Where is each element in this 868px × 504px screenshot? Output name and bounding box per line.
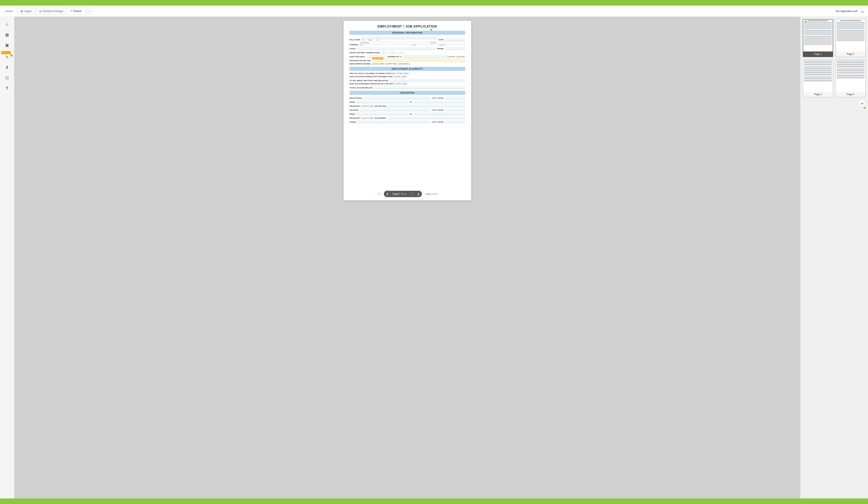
hs-from-to-row: FROM: TO: xyxy=(350,100,465,103)
page-2-label: Page 2 xyxy=(836,51,865,57)
other-row: OTHER: CITY / STATE: xyxy=(350,120,465,123)
home-label: Home xyxy=(6,10,13,12)
eligibility-header: EMPLOYMENT ELIGIBILITY xyxy=(350,67,465,71)
tab-preview[interactable]: ◎ Preview & Design xyxy=(35,8,67,14)
page-label: Page 1 / 4 xyxy=(393,193,404,195)
desired-pay-label: DESIRED PAY: $ xyxy=(388,56,401,58)
pay-salary-option: SALARY xyxy=(456,56,465,58)
fullname-label: FULL NAME: xyxy=(350,39,361,41)
apt-sublabel: Apt/Suite xyxy=(430,42,465,43)
worked-before-row: HAVE YOU EVER WORKED FOR THIS EMPLOYER? … xyxy=(350,75,465,78)
col-graduate-label: GRADUATE? xyxy=(350,117,361,119)
hs-from-label: FROM: xyxy=(350,101,355,103)
page-thumb-4[interactable]: Page 4 xyxy=(836,59,866,97)
email-label: E-MAIL: xyxy=(350,48,356,50)
text-tool-button[interactable]: T xyxy=(3,84,12,93)
highschool-label: HIGH SCHOOL: xyxy=(350,97,363,99)
more-label: ··· xyxy=(88,9,90,13)
tab-publish[interactable]: ⤴ Publish xyxy=(67,8,85,14)
field-tool-button[interactable]: ▦ xyxy=(3,30,12,39)
panel-settings-button[interactable]: ⇄ xyxy=(858,100,866,107)
page-thumb-2[interactable]: Page 2 xyxy=(836,19,866,57)
page-thumb-1[interactable]: Page 1 xyxy=(803,19,833,57)
eligible-label: ARE YOU LEGALLY ELIGIBLE TO WORK IN THE … xyxy=(350,72,396,74)
worked-no: NO xyxy=(404,75,406,78)
page-3-label: Page 3 xyxy=(803,92,833,97)
highschool-row: HIGH SCHOOL: CITY / STATE: xyxy=(350,97,465,99)
col-no: NO xyxy=(371,117,374,119)
page-thumb-4-preview xyxy=(836,60,865,92)
more-button[interactable]: ··· xyxy=(85,8,93,14)
date-label: DATE: xyxy=(439,39,444,41)
address-row: ADDRESS: Street Address Apt/Suite xyxy=(350,42,465,46)
personal-info-header: PERSONAL INFORMATION xyxy=(350,31,465,35)
panel-bottom-indicator xyxy=(803,107,866,109)
next-page-button[interactable]: ❯ xyxy=(415,192,421,196)
start-end-label: *IF YES, WRITE THE START AND END DATES: xyxy=(350,80,389,82)
pay-hour-option: HOUR xyxy=(447,56,455,58)
logics-icon: ⊞ xyxy=(21,10,23,13)
fulltime-label: FULL-TIME xyxy=(375,63,384,65)
seasonal-option: SEASONAL xyxy=(398,63,410,65)
salary-label: SALARY xyxy=(458,56,465,58)
page-4-label: Page 4 xyxy=(836,92,865,97)
diploma-label: NO DIPLOMA: xyxy=(375,105,387,107)
guide-dot-1 xyxy=(430,29,432,31)
employment-desired-row: EMPLOYMENT DESIRED: FULL-TIME PART-TIME xyxy=(350,63,465,65)
employment-desired-label: EMPLOYMENT DESIRED: xyxy=(350,63,371,65)
tab-logics[interactable]: ⊞ Logics xyxy=(17,8,35,14)
panel-green-dot xyxy=(864,107,866,109)
degree-label: NO DEGREE: xyxy=(375,117,386,119)
start-end-row: *IF YES, WRITE THE START AND END DATES: xyxy=(350,79,465,82)
hour-label: HOUR xyxy=(450,56,455,58)
fulltime-option: FULL-TIME xyxy=(372,63,384,65)
date-available-label: DATE AVAILABLE: xyxy=(350,56,365,58)
doc-paper: EMPLOYMENT / JOB APPLICATION PERSONAL IN… xyxy=(343,21,471,200)
content-area: ⊹ ▦ ▣ ✎ ⬆ ⊡ T EMPLOYMENT / JOB APPLICATI… xyxy=(0,17,868,498)
highschool-citystate-label: CITY / STATE: xyxy=(432,97,444,99)
image-tool-button[interactable]: ⊡ xyxy=(3,73,12,82)
col-graduate-row: GRADUATE? YES NO NO DEGREE: xyxy=(350,116,465,119)
home-link[interactable]: Home xyxy=(4,9,13,13)
education-header: EDUCATION xyxy=(350,91,465,95)
street-sublabel: Street Address xyxy=(360,42,430,43)
date-pay-row: DATE AVAILABLE: DESIRED PAY: $ HOUR SALA… xyxy=(350,55,465,58)
first-sublabel: First xyxy=(362,39,364,41)
phone-label: PHONE: xyxy=(437,48,444,50)
right-panel: Page 1 xyxy=(800,17,868,498)
state-sublabel: State xyxy=(413,44,438,46)
eligible-row: ARE YOU LEGALLY ELIGIBLE TO WORK IN THE … xyxy=(350,72,465,74)
fullname-row: FULL NAME: First Middle Last DATE: xyxy=(350,36,465,41)
header: Home ⊞ Logics ◎ Preview & Design ⤴ Publi… xyxy=(0,6,868,17)
page-thumb-3[interactable]: Page 3 xyxy=(803,59,833,97)
hs-graduate-label: GRADUATE? xyxy=(350,105,361,107)
felony-no: NO xyxy=(405,83,407,85)
explain-label: *IF YES, PLEASE EXPLAIN: xyxy=(350,87,373,89)
export-tool-button[interactable]: ⬆ xyxy=(3,63,12,72)
doc-icon: 📄 xyxy=(378,192,381,196)
felony-label: HAVE YOU EVER BEEN CONVICTED OF A FELONY… xyxy=(350,83,394,85)
tab-preview-label: Preview & Design xyxy=(43,10,63,12)
position-label: POSITION APPLIED FOR: xyxy=(350,60,371,62)
dropdown-arrow-icon[interactable]: ▼ xyxy=(404,193,406,195)
city-sublabel: City xyxy=(360,44,412,46)
page-thumb-1-preview xyxy=(803,20,833,51)
email-phone-row: E-MAIL: PHONE: xyxy=(350,47,465,50)
widget-tool-button[interactable]: ▣ xyxy=(3,41,12,50)
nav-tabs: ⊞ Logics ◎ Preview & Design ⤴ Publish ··… xyxy=(17,8,93,15)
page-thumb-2-preview xyxy=(836,20,865,51)
move-tool-button[interactable]: ⊹ xyxy=(3,20,12,29)
bottom-bar xyxy=(0,498,868,504)
prev-page-button[interactable]: ❮ xyxy=(385,192,390,196)
publish-icon: ⤴ xyxy=(70,10,72,13)
page-nav-pill: ❮ Page 1 / 4 ▼ ⛶ ❯ xyxy=(384,191,422,197)
college-label: COLLEGE: xyxy=(350,109,359,111)
felony-yes: YES xyxy=(397,83,401,85)
college-row: COLLEGE: CITY / STATE: xyxy=(350,108,465,111)
expand-button[interactable]: ⛶ xyxy=(409,192,415,196)
eligible-no: NO xyxy=(406,72,409,74)
preview-icon: ◎ xyxy=(39,10,41,13)
last-sublabel: Last xyxy=(376,39,379,41)
col-to-label: TO: xyxy=(410,113,412,115)
pages-grid: Page 1 xyxy=(803,19,866,97)
